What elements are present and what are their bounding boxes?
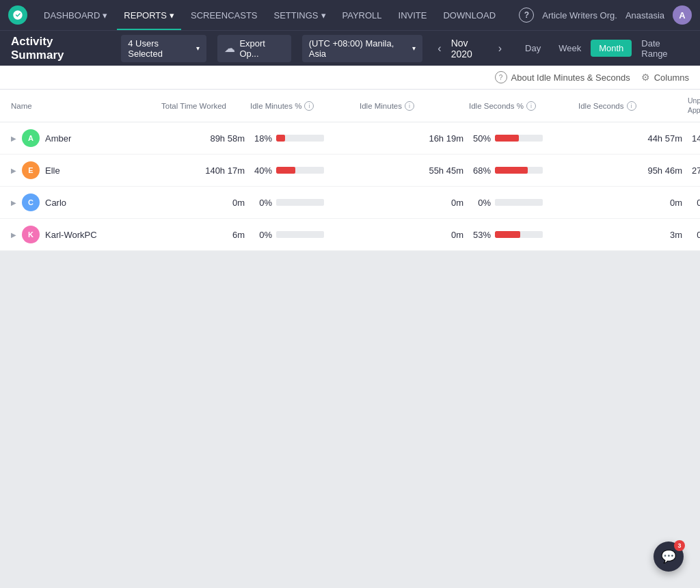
tab-day[interactable]: Day	[517, 40, 549, 57]
idle-sec-pct-bar-fill	[495, 231, 520, 238]
columns-button[interactable]: ⚙ Columns	[641, 72, 689, 83]
user-name: Anastasia	[625, 10, 664, 21]
col-idle-sec: Idle Seconds i	[578, 101, 688, 111]
tab-date-range[interactable]: Date Range	[633, 35, 689, 62]
idle-min-pct-bar-bg	[276, 167, 324, 174]
table-row[interactable]: ▶ K Karl-WorkPC 6m 0% 0m 53% 3m 0%	[0, 219, 700, 251]
unproductive-pct-value: 14%	[688, 133, 700, 144]
user-name: Elle	[45, 165, 60, 176]
avatar: K	[22, 226, 40, 243]
nav-invite[interactable]: INVITE	[392, 6, 434, 25]
avatar: C	[22, 193, 40, 211]
org-name: Article Writers Org.	[542, 10, 617, 21]
idle-sec-pct-value: 0%	[469, 198, 491, 208]
idle-sec-pct-cell: 68%	[469, 165, 578, 176]
next-date-button[interactable]: ›	[494, 41, 506, 56]
chat-button[interactable]: 💬 3	[654, 542, 684, 572]
expand-arrow[interactable]: ▶	[11, 199, 16, 206]
col-total-time: Total Time Worked	[161, 102, 250, 110]
expand-arrow[interactable]: ▶	[11, 231, 16, 239]
idle-min-value: 55h 45m	[360, 165, 469, 176]
gear-icon: ⚙	[641, 72, 650, 83]
expand-arrow[interactable]: ▶	[11, 167, 16, 174]
date-label: Nov 2020	[451, 38, 489, 59]
table-row[interactable]: ▶ C Carlo 0m 0% 0m 0% 0m 0%	[0, 187, 700, 219]
idle-min-value: 0m	[360, 230, 469, 240]
col-idle-min: Idle Minutes i	[360, 101, 469, 111]
nav-download[interactable]: DOWNLOAD	[436, 6, 502, 25]
user-cell: ▶ K Karl-WorkPC	[11, 226, 161, 243]
help-button[interactable]: ?	[519, 8, 534, 23]
unproductive-pct-cell: 0%	[688, 198, 700, 208]
sub-header: Activity Summary 4 Users Selected ▾ ☁ Ex…	[0, 30, 700, 66]
timezone-selector[interactable]: (UTC +08:00) Manila, Asia ▾	[302, 35, 423, 62]
about-idle-button[interactable]: ? About Idle Minutes & Seconds	[495, 71, 630, 83]
toolbar-row: ? About Idle Minutes & Seconds ⚙ Columns	[0, 66, 700, 90]
idle-min-value: 16h 19m	[360, 133, 469, 144]
info-icon[interactable]: i	[627, 101, 636, 111]
idle-sec-pct-bar-bg	[495, 167, 543, 174]
tab-week[interactable]: Week	[550, 40, 589, 57]
chat-icon: 💬	[661, 549, 676, 564]
idle-sec-value: 44h 57m	[578, 133, 688, 144]
user-name: Karl-WorkPC	[45, 230, 97, 240]
idle-min-pct-cell: 0%	[250, 230, 360, 240]
question-icon: ?	[495, 71, 507, 83]
idle-min-pct-cell: 18%	[250, 133, 360, 144]
idle-sec-pct-bar-bg	[495, 199, 543, 206]
expand-arrow[interactable]: ▶	[11, 135, 16, 142]
unproductive-pct-value: 0%	[688, 230, 700, 240]
col-idle-min-pct: Idle Minutes % i	[250, 101, 360, 111]
idle-sec-pct-value: 50%	[469, 133, 491, 144]
total-time-value: 6m	[161, 230, 250, 240]
idle-sec-value: 3m	[578, 230, 688, 240]
info-icon[interactable]: i	[526, 101, 536, 111]
idle-sec-pct-cell: 53%	[469, 230, 578, 240]
avatar: A	[22, 129, 40, 147]
idle-min-pct-bar-bg	[276, 199, 324, 206]
idle-min-pct-cell: 40%	[250, 165, 360, 176]
total-time-value: 0m	[161, 198, 250, 208]
idle-sec-pct-value: 68%	[469, 165, 491, 176]
avatar: E	[22, 161, 40, 179]
nav-payroll[interactable]: PAYROLL	[336, 6, 389, 25]
chevron-down-icon: ▾	[196, 44, 200, 52]
table-row[interactable]: ▶ E Elle 140h 17m 40% 55h 45m 68% 95h 46…	[0, 155, 700, 187]
app-logo[interactable]	[8, 5, 27, 25]
idle-min-pct-bar-bg	[276, 135, 324, 142]
export-label: Export Op...	[239, 38, 284, 59]
idle-sec-value: 95h 46m	[578, 165, 688, 176]
idle-min-pct-value: 40%	[250, 165, 272, 176]
nav-right-section: ? Article Writers Org. Anastasia A	[519, 5, 692, 25]
total-time-value: 89h 58m	[161, 133, 250, 144]
table-header: Name Total Time Worked Idle Minutes % i …	[0, 90, 700, 122]
idle-sec-pct-cell: 0%	[469, 198, 578, 208]
page-title: Activity Summary	[11, 35, 105, 62]
info-icon[interactable]: i	[304, 101, 314, 111]
prev-date-button[interactable]: ‹	[433, 41, 445, 56]
cloud-icon: ☁	[224, 42, 235, 55]
users-selector[interactable]: 4 Users Selected ▾	[121, 35, 206, 62]
avatar[interactable]: A	[673, 5, 692, 25]
user-cell: ▶ C Carlo	[11, 193, 161, 211]
table-row[interactable]: ▶ A Amber 89h 58m 18% 16h 19m 50% 44h 57…	[0, 122, 700, 155]
nav-settings[interactable]: SETTINGS ▾	[267, 6, 333, 25]
idle-min-pct-value: 0%	[250, 230, 272, 240]
nav-screencasts[interactable]: SCREENCASTS	[184, 6, 265, 25]
unproductive-pct-value: 0%	[688, 198, 700, 208]
user-cell: ▶ A Amber	[11, 129, 161, 147]
user-name: Carlo	[45, 198, 66, 208]
user-cell: ▶ E Elle	[11, 161, 161, 179]
nav-reports[interactable]: REPORTS ▾	[117, 6, 181, 25]
col-idle-sec-pct: Idle Seconds % i	[469, 101, 578, 111]
main-content	[0, 251, 700, 588]
export-button[interactable]: ☁ Export Op...	[217, 35, 291, 62]
idle-sec-pct-bar-fill	[495, 135, 519, 142]
info-icon[interactable]: i	[405, 101, 414, 111]
idle-sec-pct-bar-bg	[495, 231, 543, 238]
nav-dashboard[interactable]: DASHBOARD ▾	[37, 6, 114, 25]
user-name: Amber	[45, 133, 71, 144]
tab-month[interactable]: Month	[591, 40, 632, 57]
col-unproductive: Unproductive Websites & Apps % i	[688, 96, 700, 115]
idle-min-pct-bar-fill	[276, 167, 295, 174]
